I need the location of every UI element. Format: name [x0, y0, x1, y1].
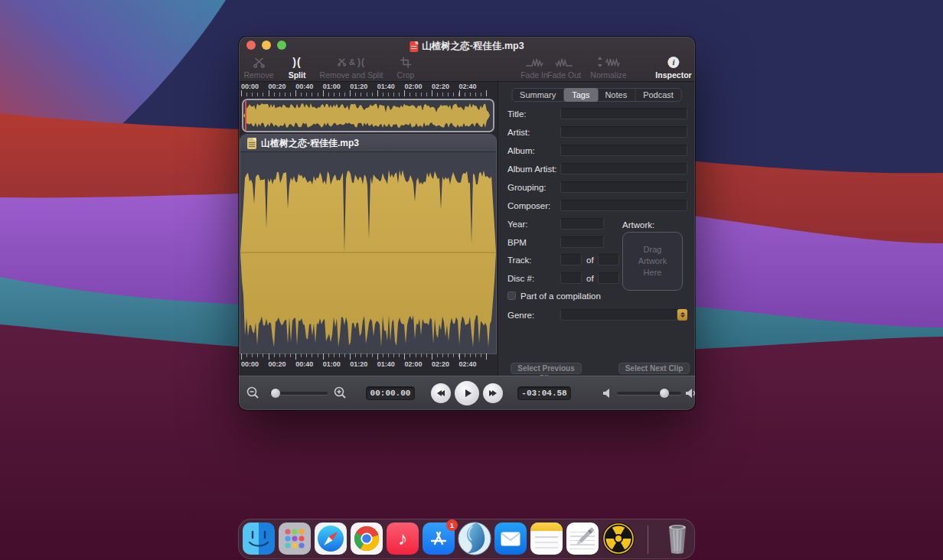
close-button[interactable] [246, 41, 256, 50]
dock-chrome-icon[interactable] [350, 522, 383, 555]
dock-launchpad-icon[interactable] [278, 522, 312, 555]
title-field[interactable] [560, 108, 687, 119]
zoom-in-icon[interactable] [334, 386, 347, 399]
dock-mail-icon[interactable] [494, 522, 527, 555]
dock-separator [648, 526, 648, 554]
fade-in-icon [520, 55, 548, 69]
artwork-placeholder: Drag Artwork Here [633, 244, 673, 278]
clip-name: 山楂树之恋-程佳佳.mp3 [261, 137, 359, 150]
main-waveform[interactable] [240, 153, 496, 353]
volume-low-icon [603, 389, 611, 398]
dock: ♪ 1 [238, 519, 695, 559]
track-total-field[interactable] [598, 254, 619, 265]
audio-clip[interactable]: 山楂树之恋-程佳佳.mp3 [240, 135, 496, 353]
remaining-time: -03:04.58 [517, 386, 571, 400]
bpm-label: BPM [507, 238, 527, 247]
timeline-ruler-top[interactable]: 00:0000:2000:4001:0001:2001:4002:0002:20… [239, 82, 493, 96]
artist-field[interactable] [560, 126, 687, 138]
normalize-button[interactable]: Normalize [590, 55, 626, 80]
crop-icon [397, 55, 415, 69]
scissors-icon [243, 55, 273, 69]
album-artist-field[interactable] [560, 163, 687, 174]
playhead[interactable] [245, 101, 246, 130]
music-note-glyph: ♪ [398, 529, 407, 548]
play-button[interactable] [455, 381, 479, 405]
timeline-ruler-bottom[interactable]: 00:0000:2000:4001:0001:2001:4002:0002:20… [239, 353, 493, 368]
fade-out-button[interactable]: Fade Out [547, 55, 581, 80]
titlebar[interactable]: 山楂树之恋-程佳佳.mp3 [239, 37, 695, 54]
genre-dropdown-stepper[interactable] [677, 309, 687, 321]
volume-slider-thumb[interactable] [660, 389, 669, 398]
track-of-label: of [586, 256, 594, 265]
track-label: Track: [507, 256, 532, 265]
disc-number-field[interactable] [560, 272, 582, 284]
disc-total-field[interactable] [598, 272, 619, 284]
content-area: 00:0000:2000:4001:0001:2001:4002:0002:20… [239, 82, 695, 376]
year-field[interactable] [560, 218, 604, 230]
tab-tags[interactable]: Tags [563, 88, 598, 102]
album-label: Album: [507, 146, 535, 155]
title-label: Title: [507, 109, 527, 119]
normalize-icon [590, 55, 626, 69]
crop-button[interactable]: Crop [397, 55, 415, 80]
fade-in-button[interactable]: Fade In [520, 55, 548, 80]
zoom-button[interactable] [277, 41, 286, 50]
mp3-document-icon [410, 41, 418, 52]
dock-notes-icon[interactable] [530, 522, 563, 555]
dock-trash-icon[interactable] [661, 522, 694, 555]
rewind-button[interactable] [431, 383, 451, 403]
disc-label: Disc #: [507, 274, 534, 283]
audio-file-icon [247, 138, 256, 149]
tab-notes[interactable]: Notes [597, 89, 635, 101]
zoom-slider-thumb[interactable] [271, 389, 280, 398]
remove-button[interactable]: Remove [243, 55, 273, 80]
volume-high-icon [686, 388, 695, 399]
artwork-dropzone[interactable]: Drag Artwork Here [622, 232, 683, 291]
genre-field[interactable] [560, 309, 677, 321]
inspector-tabs: Summary Tags Notes Podcast [511, 88, 682, 102]
fission-window: 山楂树之恋-程佳佳.mp3 Remove )( Split &)( Remove… [239, 37, 695, 410]
fade-out-icon [547, 55, 581, 69]
inspector-pane: Summary Tags Notes Podcast Title: Artist… [498, 82, 695, 376]
clip-header[interactable]: 山楂树之恋-程佳佳.mp3 [240, 135, 496, 152]
track-number-field[interactable] [560, 254, 582, 265]
year-label: Year: [507, 220, 527, 229]
window-title: 山楂树之恋-程佳佳.mp3 [410, 40, 524, 53]
split-button[interactable]: )( Split [289, 55, 306, 80]
select-previous-clip-button[interactable]: Select Previous Clip [511, 363, 582, 374]
grouping-field[interactable] [560, 181, 687, 193]
tab-podcast[interactable]: Podcast [635, 89, 681, 101]
dock-app-store-icon[interactable]: 1 [422, 522, 455, 555]
compilation-checkbox[interactable] [507, 291, 516, 300]
album-artist-label: Album Artist: [507, 164, 557, 174]
artwork-label: Artwork: [622, 220, 654, 230]
dock-safari-icon[interactable] [314, 522, 348, 555]
dock-finder-icon[interactable] [242, 522, 276, 555]
album-field[interactable] [560, 145, 687, 156]
select-next-clip-button[interactable]: Select Next Clip [618, 363, 690, 374]
bpm-field[interactable] [560, 236, 604, 248]
zoom-out-icon[interactable] [246, 386, 259, 399]
dock-wave-app-icon[interactable] [458, 522, 491, 555]
overview-waveform[interactable] [242, 99, 494, 132]
desktop: { "window": { "title": "山楂树之恋-程佳佳.mp3", … [0, 0, 943, 560]
composer-label: Composer: [507, 201, 550, 210]
dock-music-icon[interactable]: ♪ [386, 522, 419, 555]
zoom-slider[interactable] [269, 392, 328, 395]
split-icon: )( [289, 55, 306, 69]
dock-textedit-icon[interactable] [566, 522, 599, 555]
info-icon: i [655, 55, 691, 69]
grouping-label: Grouping: [507, 183, 547, 192]
composer-field[interactable] [560, 200, 687, 211]
elapsed-time: 00:00.00 [366, 386, 415, 400]
fast-forward-button[interactable] [483, 383, 503, 403]
transport-bar: 00:00.00 -03:04.58 [239, 376, 695, 410]
minimize-button[interactable] [262, 41, 271, 50]
genre-label: Genre: [507, 311, 534, 320]
inspector-button[interactable]: i Inspector [655, 55, 691, 80]
tab-summary[interactable]: Summary [512, 89, 564, 101]
dock-fission-icon[interactable] [602, 522, 635, 555]
volume-slider[interactable] [617, 392, 681, 395]
remove-and-split-button[interactable]: &)( Remove and Split [320, 55, 383, 80]
waveform-pane: 00:0000:2000:4001:0001:2001:4002:0002:20… [239, 82, 498, 376]
